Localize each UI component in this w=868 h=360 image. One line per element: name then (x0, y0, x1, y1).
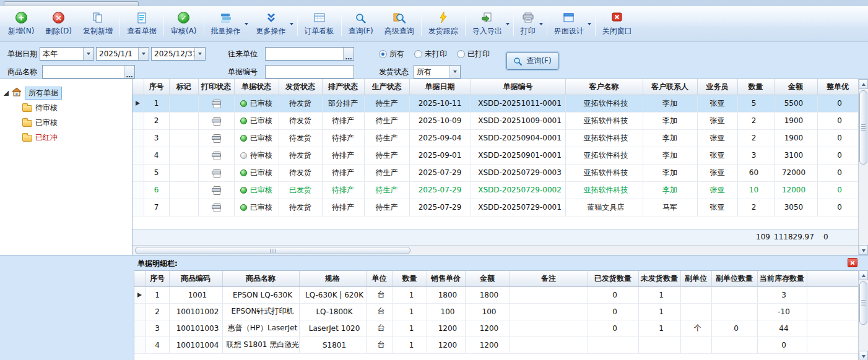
order-row[interactable]: 6 已审核 已发货 待排产 待生产 2025-07-29 XSDD-202507… (132, 181, 858, 199)
partner-input[interactable] (265, 47, 354, 61)
radio-icon (414, 50, 422, 58)
dropdown-arrow-icon[interactable] (245, 23, 248, 25)
tree-item[interactable]: 已审核 (0, 115, 132, 130)
chevron-down-icon[interactable] (449, 66, 460, 78)
shipping-tracking-button[interactable]: 发货跟踪 (423, 8, 464, 40)
col-amount[interactable]: 金额 (465, 271, 510, 286)
col-seq[interactable]: 序号 (145, 271, 169, 286)
orders-vertical-scrollbar[interactable] (858, 79, 868, 255)
advanced-query-button[interactable]: 高级查询 (379, 8, 420, 40)
dropdown-arrow-icon[interactable] (506, 23, 510, 25)
more-operations-button[interactable]: 更多操作 (251, 8, 296, 40)
chevron-down-icon[interactable] (194, 48, 205, 60)
partner-lookup-button[interactable] (343, 48, 354, 60)
col-amount[interactable]: 金额 (774, 79, 817, 95)
print-button[interactable]: 打印 (515, 8, 545, 40)
col-qty[interactable]: 数量 (393, 271, 427, 286)
col-discount[interactable]: 整单优 (817, 79, 858, 95)
order-row[interactable]: 7 已审核 待发货 待排产 待生产 2025-07-29 XSDD-202507… (132, 199, 858, 216)
ui-design-button[interactable]: 界面设计 (549, 8, 594, 40)
order-board-button[interactable]: 订单看板 (299, 8, 340, 40)
col-product-name[interactable]: 商品名称 (222, 271, 299, 286)
tree-root-all-orders[interactable]: 所有单据 (0, 85, 132, 100)
radio-printed[interactable]: 已打印 (457, 49, 490, 59)
docno-input[interactable] (265, 65, 354, 79)
horizontal-scrollbar[interactable] (132, 245, 858, 255)
tree-item[interactable]: 待审核 (0, 100, 132, 115)
date-from-select[interactable]: 2025/1/1 (96, 47, 149, 61)
dropdown-arrow-icon[interactable] (588, 23, 591, 25)
order-row[interactable]: 3 已审核 待发货 待排产 待生产 2025-09-04 XSDD-202509… (132, 129, 858, 147)
detail-row[interactable]: 4 100101004 联想 S1801 黑白激光 S1801 台 1 1200… (134, 336, 858, 353)
scroll-down-button[interactable] (859, 351, 868, 360)
close-detail-button[interactable] (848, 258, 857, 267)
col-doc-status[interactable]: 单据状态 (234, 79, 279, 95)
scrollbar-thumb[interactable] (859, 281, 867, 325)
radio-unprinted[interactable]: 未打印 (414, 49, 447, 59)
col-spec[interactable]: 规格 (299, 271, 366, 286)
detail-vertical-scrollbar[interactable] (858, 270, 868, 360)
dropdown-arrow-icon[interactable] (539, 23, 543, 25)
col-mark[interactable]: 标记 (169, 79, 198, 95)
col-doc-no[interactable]: 单据编号 (471, 79, 565, 95)
col-contact[interactable]: 客户联系人 (643, 79, 697, 95)
order-row[interactable]: 5 已审核 待发货 待排产 待生产 2025-07-29 XSDD-202507… (132, 164, 858, 181)
col-note[interactable]: 备注 (510, 271, 588, 286)
delete-button[interactable]: 删除(D) (40, 8, 77, 40)
view-document-button[interactable]: 查看单据 (121, 8, 162, 40)
status-dot-icon (240, 135, 247, 142)
col-stock-qty[interactable]: 当前库存数量 (757, 271, 807, 286)
radio-all[interactable]: 所有 (379, 49, 404, 59)
col-sched-status[interactable]: 排产状态 (322, 79, 364, 95)
order-row[interactable]: 2 已审核 待发货 待排产 待生产 2025-10-09 XSDD-202510… (132, 112, 858, 129)
close-window-button[interactable]: 关闭窗口 (597, 8, 638, 40)
scroll-up-button[interactable] (859, 270, 868, 280)
col-customer[interactable]: 客户名称 (565, 79, 643, 95)
col-unit[interactable]: 单位 (366, 271, 393, 286)
approve-button[interactable]: 审核(A) (165, 8, 202, 40)
detail-row[interactable]: 2 100101002 EPSON针式打印机 LQ-1800K 台 1 100 … (134, 303, 858, 320)
col-shipped-qty[interactable]: 已发货数量 (588, 271, 638, 286)
scrollbar-thumb[interactable] (135, 247, 410, 254)
detail-row[interactable]: 1 1001 EPSON LQ-630K LQ-630K | 620K 台 1 … (134, 286, 858, 303)
scroll-down-button[interactable] (859, 245, 868, 255)
col-alt-unit-qty[interactable]: 副单位数量 (711, 271, 757, 286)
col-print-status[interactable]: 打印状态 (198, 79, 234, 95)
col-salesman[interactable]: 业务员 (697, 79, 737, 95)
col-doc-date[interactable]: 单据日期 (409, 79, 471, 95)
col-product-code[interactable]: 商品编码 (169, 271, 222, 286)
col-seq[interactable]: 序号 (144, 79, 169, 95)
cell-print-status (198, 147, 234, 164)
col-unshipped-qty[interactable]: 未发货数量 (638, 271, 680, 286)
tree-item[interactable]: 已红冲 (0, 130, 132, 145)
product-lookup-button[interactable] (124, 66, 134, 78)
tree-expand-icon[interactable] (3, 90, 9, 96)
col-price[interactable]: 销售单价 (427, 271, 465, 286)
cell-shipped-qty (588, 336, 638, 353)
cell-contact: 李加 (643, 129, 697, 147)
col-qty[interactable]: 数量 (737, 79, 774, 95)
query-toolbar-button[interactable]: 查询(F) (343, 8, 379, 40)
col-ship-status[interactable]: 发货状态 (279, 79, 322, 95)
scroll-up-button[interactable] (859, 79, 868, 89)
window-tab[interactable] (4, 1, 139, 6)
ship-status-select[interactable]: 所有 (414, 65, 461, 79)
add-button[interactable]: 新增(N) (2, 8, 40, 40)
dropdown-arrow-icon[interactable] (290, 23, 293, 25)
col-alt-unit[interactable]: 副单位 (680, 271, 711, 286)
scrollbar-thumb[interactable] (859, 90, 867, 165)
order-row[interactable]: 4 待审核 待发货 待排产 待生产 2025-09-01 XSDD-202509… (132, 147, 858, 164)
import-export-button[interactable]: 导入导出 (467, 8, 512, 40)
cell-mark (169, 147, 198, 164)
chevron-down-icon[interactable] (83, 48, 93, 60)
batch-operations-button[interactable]: 批量操作 (206, 8, 251, 40)
detail-row[interactable]: 3 100101003 惠普（HP）LaserJet LaserJet 1020… (134, 320, 858, 336)
date-range-select[interactable]: 本年 (40, 47, 94, 61)
date-to-select[interactable]: 2025/12/31 (151, 47, 206, 61)
chevron-down-icon[interactable] (138, 48, 149, 60)
col-prod-status[interactable]: 生产状态 (364, 79, 409, 95)
product-input[interactable] (42, 65, 135, 79)
order-row[interactable]: 1 已审核 待发货 部分排产 待生产 2025-10-11 XSDD-20251… (132, 95, 858, 112)
copy-new-button[interactable]: 复制新增 (77, 8, 118, 40)
query-button[interactable]: 查询(F) (506, 52, 558, 70)
